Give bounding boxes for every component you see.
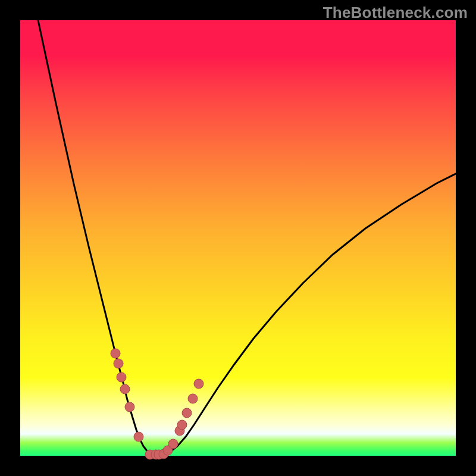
bottleneck-curve: [38, 20, 456, 456]
marker-dot: [182, 408, 192, 418]
chart-svg: [20, 20, 456, 456]
marker-dot: [111, 349, 120, 358]
marker-dot: [134, 432, 143, 441]
marker-dot: [194, 379, 203, 389]
outer-frame: TheBottleneck.com: [0, 0, 476, 476]
marker-dot: [168, 439, 178, 449]
marker-dot: [177, 420, 187, 430]
marker-group: [111, 349, 203, 459]
marker-dot: [114, 359, 123, 368]
marker-dot: [188, 394, 198, 403]
marker-dot: [125, 402, 134, 412]
marker-dot: [117, 372, 126, 382]
marker-dot: [120, 384, 130, 394]
watermark-text: TheBottleneck.com: [323, 4, 468, 22]
